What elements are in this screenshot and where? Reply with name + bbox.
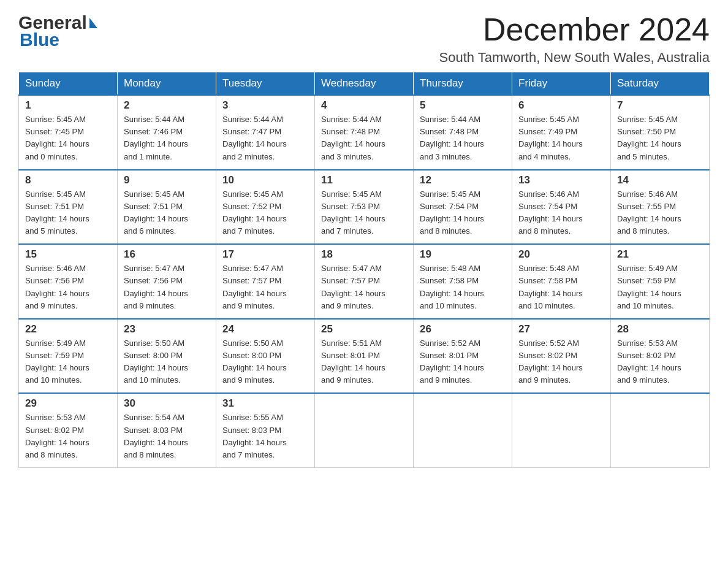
- day-number: 6: [518, 99, 604, 112]
- header: General Blue December 2024 South Tamwort…: [18, 12, 710, 66]
- table-row: 3 Sunrise: 5:44 AMSunset: 7:47 PMDayligh…: [216, 95, 315, 170]
- day-number: 11: [321, 174, 407, 186]
- day-number: 17: [222, 248, 308, 261]
- day-info: Sunrise: 5:47 AMSunset: 7:57 PMDaylight:…: [321, 262, 407, 312]
- day-info: Sunrise: 5:48 AMSunset: 7:58 PMDaylight:…: [420, 262, 506, 312]
- day-info: Sunrise: 5:44 AMSunset: 7:47 PMDaylight:…: [222, 113, 308, 163]
- day-number: 9: [124, 174, 210, 186]
- table-row: 13 Sunrise: 5:46 AMSunset: 7:54 PMDaylig…: [512, 170, 611, 245]
- day-info: Sunrise: 5:45 AMSunset: 7:51 PMDaylight:…: [124, 188, 210, 238]
- title-area: December 2024 South Tamworth, New South …: [439, 12, 710, 66]
- calendar-header-row: Sunday Monday Tuesday Wednesday Thursday…: [19, 72, 710, 96]
- table-row: [315, 393, 414, 467]
- day-number: 29: [25, 397, 111, 410]
- day-number: 24: [222, 323, 308, 335]
- day-info: Sunrise: 5:45 AMSunset: 7:51 PMDaylight:…: [25, 188, 111, 238]
- day-number: 4: [321, 99, 407, 112]
- table-row: 4 Sunrise: 5:44 AMSunset: 7:48 PMDayligh…: [315, 95, 414, 170]
- day-info: Sunrise: 5:44 AMSunset: 7:48 PMDaylight:…: [321, 113, 407, 163]
- table-row: 30 Sunrise: 5:54 AMSunset: 8:03 PMDaylig…: [118, 393, 216, 467]
- day-number: 18: [321, 248, 407, 261]
- calendar-week-1: 1 Sunrise: 5:45 AMSunset: 7:45 PMDayligh…: [19, 95, 710, 170]
- table-row: 10 Sunrise: 5:45 AMSunset: 7:52 PMDaylig…: [216, 170, 315, 245]
- day-info: Sunrise: 5:46 AMSunset: 7:56 PMDaylight:…: [25, 262, 111, 312]
- table-row: 18 Sunrise: 5:47 AMSunset: 7:57 PMDaylig…: [315, 244, 414, 319]
- calendar-table: Sunday Monday Tuesday Wednesday Thursday…: [18, 72, 710, 468]
- day-number: 5: [420, 99, 506, 112]
- table-row: 19 Sunrise: 5:48 AMSunset: 7:58 PMDaylig…: [414, 244, 512, 319]
- col-sunday: Sunday: [19, 72, 118, 96]
- day-number: 3: [222, 99, 308, 112]
- table-row: 12 Sunrise: 5:45 AMSunset: 7:54 PMDaylig…: [414, 170, 512, 245]
- day-info: Sunrise: 5:46 AMSunset: 7:55 PMDaylight:…: [617, 188, 703, 238]
- day-info: Sunrise: 5:54 AMSunset: 8:03 PMDaylight:…: [124, 412, 210, 461]
- day-number: 12: [420, 174, 506, 186]
- col-saturday: Saturday: [611, 72, 710, 96]
- col-monday: Monday: [118, 72, 216, 96]
- table-row: 9 Sunrise: 5:45 AMSunset: 7:51 PMDayligh…: [118, 170, 216, 245]
- logo: General Blue: [18, 12, 97, 50]
- col-tuesday: Tuesday: [216, 72, 315, 96]
- day-number: 28: [617, 323, 703, 335]
- day-number: 13: [518, 174, 604, 186]
- day-number: 21: [617, 248, 703, 261]
- table-row: 25 Sunrise: 5:51 AMSunset: 8:01 PMDaylig…: [315, 319, 414, 394]
- table-row: 16 Sunrise: 5:47 AMSunset: 7:56 PMDaylig…: [118, 244, 216, 319]
- table-row: [611, 393, 710, 467]
- table-row: [414, 393, 512, 467]
- table-row: 7 Sunrise: 5:45 AMSunset: 7:50 PMDayligh…: [611, 95, 710, 170]
- table-row: 20 Sunrise: 5:48 AMSunset: 7:58 PMDaylig…: [512, 244, 611, 319]
- day-number: 30: [124, 397, 210, 410]
- table-row: 23 Sunrise: 5:50 AMSunset: 8:00 PMDaylig…: [118, 319, 216, 394]
- day-number: 8: [25, 174, 111, 186]
- day-number: 14: [617, 174, 703, 186]
- day-info: Sunrise: 5:46 AMSunset: 7:54 PMDaylight:…: [518, 188, 604, 238]
- day-info: Sunrise: 5:49 AMSunset: 7:59 PMDaylight:…: [25, 337, 111, 387]
- day-number: 1: [25, 99, 111, 112]
- day-info: Sunrise: 5:45 AMSunset: 7:49 PMDaylight:…: [518, 113, 604, 163]
- day-info: Sunrise: 5:53 AMSunset: 8:02 PMDaylight:…: [617, 337, 703, 387]
- day-info: Sunrise: 5:47 AMSunset: 7:56 PMDaylight:…: [124, 262, 210, 312]
- day-number: 22: [25, 323, 111, 335]
- day-number: 31: [222, 397, 308, 410]
- day-info: Sunrise: 5:49 AMSunset: 7:59 PMDaylight:…: [617, 262, 703, 312]
- day-info: Sunrise: 5:55 AMSunset: 8:03 PMDaylight:…: [222, 412, 308, 461]
- table-row: 11 Sunrise: 5:45 AMSunset: 7:53 PMDaylig…: [315, 170, 414, 245]
- table-row: 31 Sunrise: 5:55 AMSunset: 8:03 PMDaylig…: [216, 393, 315, 467]
- day-info: Sunrise: 5:50 AMSunset: 8:00 PMDaylight:…: [124, 337, 210, 387]
- logo-triangle-icon: [89, 18, 97, 28]
- table-row: 22 Sunrise: 5:49 AMSunset: 7:59 PMDaylig…: [19, 319, 118, 394]
- calendar-week-4: 22 Sunrise: 5:49 AMSunset: 7:59 PMDaylig…: [19, 319, 710, 394]
- day-info: Sunrise: 5:44 AMSunset: 7:46 PMDaylight:…: [124, 113, 210, 163]
- col-wednesday: Wednesday: [315, 72, 414, 96]
- table-row: 6 Sunrise: 5:45 AMSunset: 7:49 PMDayligh…: [512, 95, 611, 170]
- table-row: 17 Sunrise: 5:47 AMSunset: 7:57 PMDaylig…: [216, 244, 315, 319]
- col-thursday: Thursday: [414, 72, 512, 96]
- col-friday: Friday: [512, 72, 611, 96]
- day-number: 20: [518, 248, 604, 261]
- day-info: Sunrise: 5:45 AMSunset: 7:52 PMDaylight:…: [222, 188, 308, 238]
- table-row: 26 Sunrise: 5:52 AMSunset: 8:01 PMDaylig…: [414, 319, 512, 394]
- calendar-week-2: 8 Sunrise: 5:45 AMSunset: 7:51 PMDayligh…: [19, 170, 710, 245]
- day-number: 15: [25, 248, 111, 261]
- day-info: Sunrise: 5:45 AMSunset: 7:53 PMDaylight:…: [321, 188, 407, 238]
- table-row: 5 Sunrise: 5:44 AMSunset: 7:48 PMDayligh…: [414, 95, 512, 170]
- table-row: 2 Sunrise: 5:44 AMSunset: 7:46 PMDayligh…: [118, 95, 216, 170]
- table-row: 14 Sunrise: 5:46 AMSunset: 7:55 PMDaylig…: [611, 170, 710, 245]
- location-title: South Tamworth, New South Wales, Austral…: [439, 50, 710, 66]
- logo-blue-text: Blue: [20, 29, 97, 50]
- day-info: Sunrise: 5:45 AMSunset: 7:54 PMDaylight:…: [420, 188, 506, 238]
- day-number: 16: [124, 248, 210, 261]
- table-row: [512, 393, 611, 467]
- day-number: 26: [420, 323, 506, 335]
- day-info: Sunrise: 5:47 AMSunset: 7:57 PMDaylight:…: [222, 262, 308, 312]
- day-number: 7: [617, 99, 703, 112]
- day-info: Sunrise: 5:52 AMSunset: 8:01 PMDaylight:…: [420, 337, 506, 387]
- day-number: 27: [518, 323, 604, 335]
- table-row: 28 Sunrise: 5:53 AMSunset: 8:02 PMDaylig…: [611, 319, 710, 394]
- day-number: 19: [420, 248, 506, 261]
- day-info: Sunrise: 5:52 AMSunset: 8:02 PMDaylight:…: [518, 337, 604, 387]
- table-row: 27 Sunrise: 5:52 AMSunset: 8:02 PMDaylig…: [512, 319, 611, 394]
- table-row: 15 Sunrise: 5:46 AMSunset: 7:56 PMDaylig…: [19, 244, 118, 319]
- table-row: 8 Sunrise: 5:45 AMSunset: 7:51 PMDayligh…: [19, 170, 118, 245]
